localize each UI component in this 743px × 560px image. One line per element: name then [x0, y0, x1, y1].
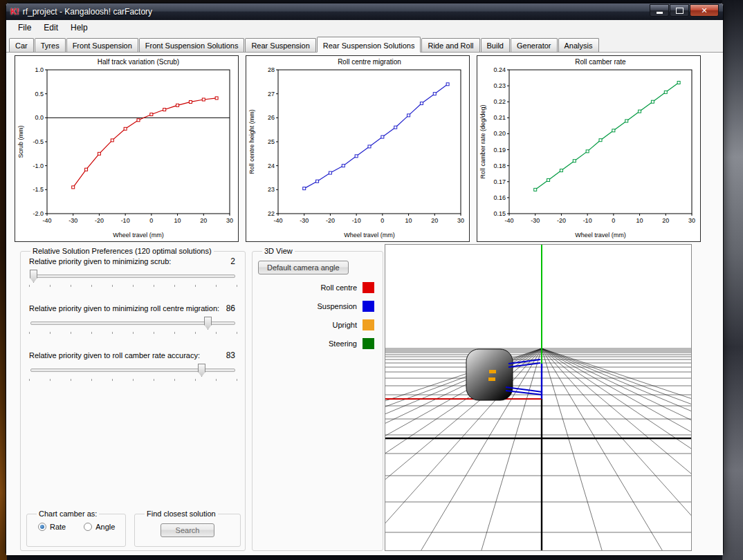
find-closest-group: Find closest solution Search: [134, 510, 241, 547]
tab-analysis[interactable]: Analysis: [558, 38, 599, 52]
menu-bar: FileEditHelp: [6, 20, 723, 35]
svg-text:-20: -20: [557, 217, 566, 224]
svg-text:22: 22: [268, 210, 275, 217]
charts-row: Half track variation (Scrub)-40-30-20-10…: [15, 55, 701, 242]
tab-build[interactable]: Build: [481, 38, 510, 52]
svg-text:Wheel travel (mm): Wheel travel (mm): [113, 232, 164, 239]
titlebar[interactable]: K! rf_project - Kangaloosh! carFactory ✕: [6, 3, 723, 20]
radio-label: Angle: [95, 523, 115, 531]
legend-swatch-suspension: [363, 301, 374, 312]
svg-text:-40: -40: [273, 217, 282, 224]
svg-text:0.19: 0.19: [493, 147, 506, 153]
tab-front-suspension-solutions[interactable]: Front Suspension Solutions: [139, 38, 245, 52]
legend-swatch-steering: [363, 338, 374, 349]
app-window: K! rf_project - Kangaloosh! carFactory ✕…: [6, 3, 724, 554]
svg-text:20: 20: [200, 217, 207, 224]
svg-text:-1.0: -1.0: [33, 162, 44, 169]
desktop-wallpaper-right: [722, 0, 743, 560]
minimize-button[interactable]: [650, 4, 669, 17]
radio-dot: [84, 523, 92, 531]
legend-swatch-upright: [363, 319, 374, 330]
default-camera-button[interactable]: Default camera angle: [258, 261, 349, 274]
svg-text:Scrub (mm): Scrub (mm): [17, 125, 24, 158]
tab-rear-suspension-solutions[interactable]: Rear Suspension Solutions: [317, 37, 421, 53]
tab-rear-suspension[interactable]: Rear Suspension: [245, 38, 315, 52]
legend-label: Roll centre: [320, 283, 357, 292]
tab-generator[interactable]: Generator: [511, 38, 558, 52]
slider-track[interactable]: [30, 274, 235, 278]
preferences-group: Relative Solution Preferences (120 optim…: [20, 247, 246, 551]
radio-rate[interactable]: Rate: [38, 523, 66, 531]
slider-thumb[interactable]: [198, 364, 205, 377]
svg-text:Roll centre height (mm): Roll centre height (mm): [248, 109, 255, 174]
slider-label-2: Relative priority given to roll camber r…: [29, 351, 200, 360]
svg-text:10: 10: [636, 217, 643, 224]
slider-label-1: Relative priority given to minimizing ro…: [29, 304, 219, 312]
slider-thumb[interactable]: [204, 317, 212, 330]
svg-text:10: 10: [405, 217, 412, 224]
view3d-group: 3D View Default camera angle Roll centre…: [252, 247, 383, 551]
svg-text:-10: -10: [121, 217, 130, 224]
svg-text:0.22: 0.22: [493, 98, 506, 105]
svg-text:Half track variation (Scrub): Half track variation (Scrub): [98, 58, 179, 66]
view3d-canvas[interactable]: [385, 244, 692, 551]
svg-text:0.15: 0.15: [493, 210, 506, 217]
priority-slider-1[interactable]: [29, 315, 237, 334]
svg-text:0.24: 0.24: [493, 66, 506, 73]
svg-text:0.17: 0.17: [493, 178, 506, 185]
legend-row-roll-centre: Roll centre: [261, 281, 374, 293]
svg-text:-20: -20: [326, 217, 335, 224]
svg-text:24: 24: [268, 162, 275, 169]
tab-page-rear-suspension-solutions: Half track variation (Scrub)-40-30-20-10…: [6, 53, 723, 555]
tab-ride-and-roll[interactable]: Ride and Roll: [421, 38, 479, 52]
minimize-icon: [657, 12, 663, 14]
menu-item-edit[interactable]: Edit: [37, 21, 64, 35]
window-title: rf_project - Kangaloosh! carFactory: [23, 7, 650, 17]
tab-strip: CarTyresFront SuspensionFront Suspension…: [6, 35, 723, 53]
svg-text:-10: -10: [352, 217, 361, 224]
slider-block-1: Relative priority given to minimizing ro…: [29, 304, 237, 334]
close-button[interactable]: ✕: [690, 4, 719, 17]
tab-tyres[interactable]: Tyres: [35, 38, 66, 52]
app-icon: K!: [10, 7, 19, 17]
svg-text:-1.5: -1.5: [33, 186, 44, 193]
preferences-bottom-row: Chart camber as: RateAngle Find closest …: [26, 510, 241, 547]
svg-text:26: 26: [268, 114, 275, 121]
radio-dot: [38, 523, 46, 531]
slider-value-0: 2: [230, 256, 235, 266]
close-icon: ✕: [701, 7, 707, 15]
svg-text:-0.5: -0.5: [33, 138, 44, 145]
search-button[interactable]: Search: [160, 523, 214, 537]
legend-row-suspension: Suspension: [261, 300, 374, 312]
svg-text:-10: -10: [583, 217, 592, 224]
priority-slider-0[interactable]: [29, 268, 237, 287]
svg-text:0.20: 0.20: [493, 130, 506, 137]
radio-angle[interactable]: Angle: [84, 523, 115, 531]
svg-text:30: 30: [457, 217, 464, 224]
svg-text:-40: -40: [504, 217, 513, 224]
priority-slider-2[interactable]: [29, 362, 237, 381]
svg-text:0: 0: [380, 217, 384, 224]
legend-row-steering: Steering: [261, 337, 374, 349]
tab-car[interactable]: Car: [9, 38, 34, 52]
svg-text:Roll camber rate (deg/deg): Roll camber rate (deg/deg): [479, 104, 486, 178]
slider-value-1: 86: [226, 304, 235, 313]
svg-text:Wheel travel (mm): Wheel travel (mm): [575, 232, 626, 239]
legend-label: Steering: [329, 339, 357, 348]
maximize-button[interactable]: [670, 4, 689, 17]
slider-thumb[interactable]: [30, 270, 37, 283]
chart-camber-legend: Chart camber as:: [37, 510, 99, 518]
svg-text:25: 25: [268, 138, 275, 145]
slider-label-0: Relative priority given to minimizing sc…: [29, 257, 171, 265]
menu-item-help[interactable]: Help: [64, 21, 94, 35]
tab-front-suspension[interactable]: Front Suspension: [66, 38, 138, 52]
svg-text:-40: -40: [42, 217, 51, 224]
svg-text:-30: -30: [531, 217, 540, 224]
svg-text:-20: -20: [95, 217, 104, 224]
chart-camber-group: Chart camber as: RateAngle: [26, 510, 126, 547]
svg-text:30: 30: [688, 217, 695, 224]
svg-text:28: 28: [268, 66, 275, 73]
svg-text:23: 23: [268, 186, 275, 193]
menu-item-file[interactable]: File: [12, 21, 37, 35]
svg-text:20: 20: [431, 217, 438, 224]
